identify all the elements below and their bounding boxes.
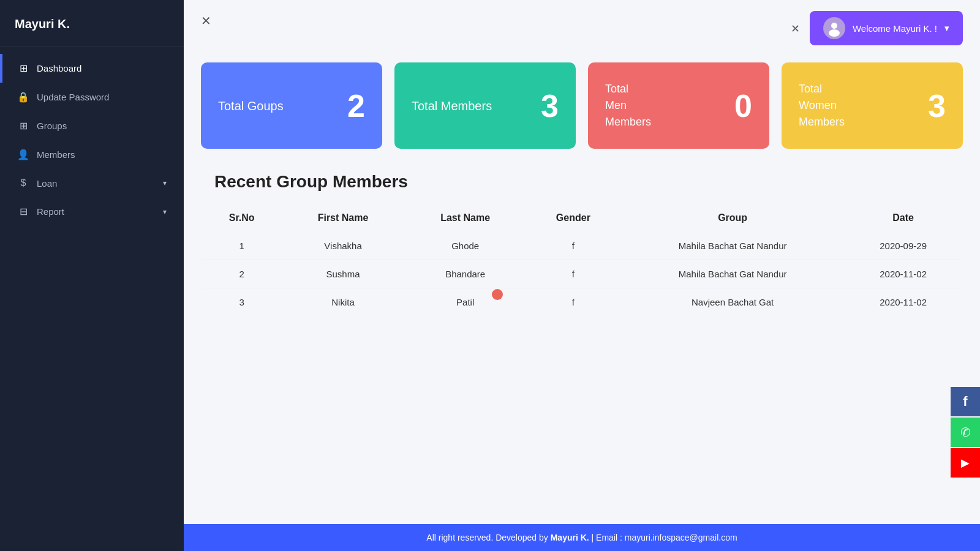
stat-value-men: 0: [734, 90, 752, 122]
table-header-row: Sr.No First Name Last Name Gender Group …: [202, 204, 962, 232]
dashboard-icon: ⊞: [17, 62, 29, 74]
sidebar-item-label: Update Password: [37, 92, 109, 102]
sidebar-item-members[interactable]: 👤 Members: [0, 140, 184, 169]
table-cell-last_name: Ghode: [405, 232, 526, 260]
stat-value-groups: 2: [347, 90, 365, 122]
table-cell-first_name: Sushma: [281, 260, 404, 288]
sidebar-item-label: Dashboard: [37, 63, 81, 73]
table-row: 1VishakhaGhodefMahila Bachat Gat Nandur2…: [202, 232, 962, 260]
stat-label-groups: Total Goups: [218, 97, 284, 114]
col-gender: Gender: [526, 204, 620, 232]
sidebar-item-label: Members: [37, 149, 75, 160]
stat-label-men: TotalMenMembers: [605, 81, 651, 130]
sidebar-item-update-password[interactable]: 🔒 Update Password: [0, 83, 184, 111]
col-group: Group: [620, 204, 845, 232]
table-row: 2SushmaBhandarefMahila Bachat Gat Nandur…: [202, 260, 962, 288]
avatar: [823, 17, 845, 39]
stat-card-total-men: TotalMenMembers 0: [588, 62, 769, 149]
stat-card-total-women: TotalWomenMembers 3: [782, 62, 963, 149]
footer-author: Mayuri K.: [551, 533, 589, 542]
sidebar-item-report[interactable]: ⊟ Report ▾: [0, 197, 184, 226]
sidebar-item-label: Loan: [37, 178, 57, 189]
footer-email: mayuri.infospace@gmail.com: [625, 533, 737, 542]
members-table-wrapper: Sr.No First Name Last Name Gender Group …: [184, 204, 980, 316]
welcome-text: Welcome Mayuri K. !: [853, 23, 937, 34]
topbar: ✕ ✕ Welcome Mayuri K. ! ▾: [184, 0, 980, 56]
table-cell-date: 2020-11-02: [845, 260, 962, 288]
table-cell-date: 2020-11-02: [845, 288, 962, 317]
sidebar-user-name: Mayuri K.: [0, 0, 184, 47]
footer-text: All right reserved. Developed by: [426, 533, 550, 542]
sidebar: Mayuri K. ⊞ Dashboard 🔒 Update Password …: [0, 0, 184, 551]
stat-value-members: 3: [541, 90, 559, 122]
facebook-icon: f: [963, 394, 967, 410]
facebook-button[interactable]: f: [951, 387, 980, 416]
loan-arrow-icon: ▾: [163, 179, 167, 187]
table-cell-last_name: Patil: [405, 288, 526, 317]
youtube-button[interactable]: ▶: [951, 448, 980, 478]
stat-card-total-groups: Total Goups 2: [201, 62, 382, 149]
report-arrow-icon: ▾: [163, 208, 167, 216]
youtube-icon: ▶: [961, 456, 970, 470]
col-firstname: First Name: [281, 204, 404, 232]
close-button-right[interactable]: ✕: [791, 21, 800, 36]
table-cell-srno: 2: [202, 260, 281, 288]
svg-point-1: [829, 29, 840, 37]
stat-cards-row: Total Goups 2 Total Members 3 TotalMenMe…: [184, 56, 980, 166]
table-cell-group: Navjeen Bachat Gat: [620, 288, 845, 317]
table-cell-gender: f: [526, 260, 620, 288]
footer-email-label: | Email :: [589, 533, 625, 542]
dropdown-arrow-icon: ▾: [944, 23, 949, 34]
stat-card-total-members: Total Members 3: [394, 62, 576, 149]
stat-label-members: Total Members: [412, 97, 492, 114]
col-srno: Sr.No: [202, 204, 281, 232]
welcome-badge[interactable]: Welcome Mayuri K. ! ▾: [810, 11, 963, 45]
loan-icon: $: [17, 178, 29, 189]
table-cell-srno: 1: [202, 232, 281, 260]
sidebar-item-loan[interactable]: $ Loan ▾: [0, 169, 184, 197]
sidebar-item-label: Groups: [37, 121, 67, 131]
table-cell-last_name: Bhandare: [405, 260, 526, 288]
table-cell-first_name: Vishakha: [281, 232, 404, 260]
report-icon: ⊟: [17, 206, 29, 217]
stat-value-women: 3: [928, 90, 946, 122]
table-cell-gender: f: [526, 232, 620, 260]
svg-point-0: [831, 23, 837, 29]
close-button-left[interactable]: ✕: [201, 13, 211, 28]
sidebar-item-groups[interactable]: ⊞ Groups: [0, 111, 184, 140]
whatsapp-icon: ✆: [960, 425, 971, 440]
members-icon: 👤: [17, 149, 29, 160]
sidebar-item-label: Report: [37, 206, 64, 217]
table-cell-srno: 3: [202, 288, 281, 317]
lock-icon: 🔒: [17, 91, 29, 103]
table-cell-date: 2020-09-29: [845, 232, 962, 260]
col-date: Date: [845, 204, 962, 232]
table-cell-group: Mahila Bachat Gat Nandur: [620, 260, 845, 288]
main-content: ✕ ✕ Welcome Mayuri K. ! ▾ Total Goups 2: [184, 0, 980, 551]
section-title: Recent Group Members: [184, 166, 980, 204]
table-cell-group: Mahila Bachat Gat Nandur: [620, 232, 845, 260]
groups-icon: ⊞: [17, 120, 29, 132]
maximize-icon: ✕: [791, 23, 800, 35]
stat-label-women: TotalWomenMembers: [799, 81, 845, 130]
sidebar-nav: ⊞ Dashboard 🔒 Update Password ⊞ Groups 👤…: [0, 47, 184, 226]
table-cell-gender: f: [526, 288, 620, 317]
footer: All right reserved. Developed by Mayuri …: [184, 524, 980, 551]
table-row: 3NikitaPatilfNavjeen Bachat Gat2020-11-0…: [202, 288, 962, 317]
members-table: Sr.No First Name Last Name Gender Group …: [202, 204, 962, 316]
whatsapp-button[interactable]: ✆: [951, 418, 980, 447]
social-buttons: f ✆ ▶: [951, 387, 980, 478]
sidebar-item-dashboard[interactable]: ⊞ Dashboard: [0, 54, 184, 83]
col-lastname: Last Name: [405, 204, 526, 232]
table-cell-first_name: Nikita: [281, 288, 404, 317]
